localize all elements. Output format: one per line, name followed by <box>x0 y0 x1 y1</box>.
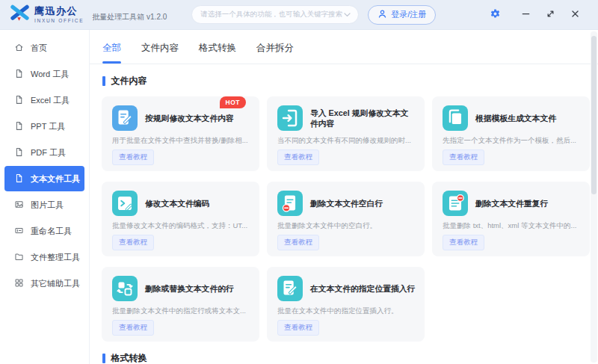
scrollbar-track[interactable] <box>591 31 597 363</box>
tab-3[interactable]: 合并拆分 <box>256 42 294 64</box>
doc-remove-line-icon <box>277 191 303 216</box>
tool-card-title: 按规则修改文本文件内容 <box>145 113 234 123</box>
tool-card-title: 在文本文件的指定位置插入行 <box>310 283 415 294</box>
user-icon <box>377 9 387 20</box>
tool-card[interactable]: 在文本文件的指定位置插入行批量在文本文件中的指定位置插入行。查看教程 <box>267 267 425 342</box>
view-tutorial-button[interactable]: 查看教程 <box>277 235 319 250</box>
misc-tools-icon <box>14 278 24 289</box>
view-tutorial-button[interactable]: 查看教程 <box>112 320 154 336</box>
tool-card-description: 当不同的文本文件有不同的修改规则的时... <box>277 136 416 146</box>
image-tool-icon <box>14 200 24 211</box>
view-tutorial-button[interactable]: 查看教程 <box>277 149 319 165</box>
brand-name: 鹰迅办公 <box>34 6 84 16</box>
brand-subtitle: INXUN OFFICE <box>34 18 84 23</box>
view-tutorial-button[interactable]: 查看教程 <box>277 320 319 336</box>
tab-label: 文件内容 <box>141 43 179 53</box>
sidebar-item-home[interactable]: 首页 <box>4 35 84 61</box>
sidebar-item-label: PDF 工具 <box>31 147 66 158</box>
sidebar-item-text-file-tools[interactable]: 文本文件工具 <box>4 166 84 191</box>
sidebar-item-label: 文本文件工具 <box>31 173 80 185</box>
tool-sections: 文件内容HOT按规则修改文本文件内容用于批量在文件文件中查找并替换/删除相...… <box>90 75 598 364</box>
settings-button[interactable] <box>483 4 508 25</box>
tool-card[interactable]: 根据模板生成文本文件先指定一个文本文件作为一个模板，然后...查看教程 <box>432 96 590 171</box>
main-content: 全部文件内容格式转换合并拆分 文件内容HOT按规则修改文本文件内容用于批量在文件… <box>90 30 598 364</box>
maximize-icon <box>546 9 555 21</box>
view-tutorial-button[interactable]: 查看教程 <box>112 149 154 165</box>
text-file-tool-icon <box>14 173 24 185</box>
card-head: 修改文本文件编码 <box>112 191 250 216</box>
word-tool-icon <box>14 69 24 80</box>
sidebar: 首页Word 工具Excel 工具PPT 工具PDF 工具文本文件工具图片工具重… <box>0 30 90 364</box>
sidebar-item-ppt-tools[interactable]: PPT 工具 <box>4 114 84 139</box>
sidebar-item-excel-tools[interactable]: Excel 工具 <box>4 87 84 113</box>
sidebar-item-pdf-tools[interactable]: PDF 工具 <box>4 140 84 165</box>
tab-label: 格式转换 <box>199 43 236 53</box>
section-title: 格式转换 <box>111 352 147 364</box>
section-header: 文件内容 <box>102 75 598 87</box>
card-head: 删除文本文件重复行 <box>443 191 581 216</box>
doc-insert-line-icon <box>277 276 303 301</box>
tool-card-title: 导入 Excel 规则修改文本文件内容 <box>310 108 416 129</box>
tool-card-description: 用于批量在文件文件中查找并替换/删除相... <box>112 136 250 146</box>
card-head: 按规则修改文本文件内容 <box>112 105 250 131</box>
tool-card-title: 删除文本文件空白行 <box>310 198 383 209</box>
gear-icon <box>490 8 501 22</box>
section-accent-bar <box>102 354 105 363</box>
tool-card[interactable]: 修改文本文件编码批量修改文本文件的编码格式，支持：UT...查看教程 <box>102 182 259 256</box>
sidebar-item-label: Excel 工具 <box>31 95 70 106</box>
scrollbar-thumb[interactable] <box>591 36 597 194</box>
sidebar-item-word-tools[interactable]: Word 工具 <box>4 61 84 87</box>
sidebar-item-label: 重命名工具 <box>31 226 72 237</box>
view-tutorial-button[interactable]: 查看教程 <box>112 235 154 250</box>
tool-card-description: 先指定一个文本文件作为一个模板，然后... <box>443 136 581 146</box>
tool-card-grid: HOT按规则修改文本文件内容用于批量在文件文件中查找并替换/删除相...查看教程… <box>102 96 590 342</box>
rename-tool-icon <box>14 226 24 237</box>
window-controls <box>483 4 588 25</box>
tool-card-description: 批量修改文本文件的编码格式，支持：UT... <box>112 221 250 231</box>
close-icon <box>570 9 580 21</box>
card-head: 根据模板生成文本文件 <box>443 105 581 131</box>
tool-card[interactable]: 导入 Excel 规则修改文本文件内容当不同的文本文件有不同的修改规则的时...… <box>267 96 425 171</box>
tab-label: 全部 <box>102 43 121 53</box>
doc-dedupe-icon <box>443 191 468 216</box>
sidebar-item-image-tools[interactable]: 图片工具 <box>4 192 84 218</box>
doc-edit-icon <box>112 105 138 131</box>
file-organize-icon <box>14 252 24 263</box>
tool-card[interactable]: HOT按规则修改文本文件内容用于批量在文件文件中查找并替换/删除相...查看教程 <box>102 96 259 171</box>
login-register-button[interactable]: 登录/注册 <box>368 5 436 25</box>
topbar: 鹰迅办公 INXUN OFFICE 批量处理工具箱 v1.2.0 请选择一个具体… <box>0 0 598 30</box>
sidebar-item-misc-tools[interactable]: 其它辅助工具 <box>4 271 84 296</box>
card-head: 在文本文件的指定位置插入行 <box>277 276 416 301</box>
view-tutorial-button[interactable]: 查看教程 <box>443 149 484 165</box>
tool-card-title: 删除或替换文本文件的行 <box>145 283 234 294</box>
function-search-select[interactable]: 请选择一个具体的功能，也可输入关键字搜索！ <box>191 5 359 24</box>
tab-1[interactable]: 文件内容 <box>141 42 179 64</box>
template-copy-icon <box>443 105 468 131</box>
view-tutorial-button[interactable]: 查看教程 <box>443 235 484 250</box>
hot-badge: HOT <box>220 96 246 108</box>
sidebar-item-label: PPT 工具 <box>31 121 65 132</box>
close-button[interactable] <box>563 4 588 25</box>
section-title: 文件内容 <box>111 75 147 87</box>
app-window: 鹰迅办公 INXUN OFFICE 批量处理工具箱 v1.2.0 请选择一个具体… <box>0 0 598 364</box>
sidebar-item-label: Word 工具 <box>31 69 69 80</box>
sidebar-item-file-organize-tools[interactable]: 文件整理工具 <box>4 244 84 270</box>
sidebar-item-label: 文件整理工具 <box>31 252 80 263</box>
swap-lines-icon <box>112 276 138 301</box>
home-icon <box>14 43 24 54</box>
sidebar-item-rename-tools[interactable]: 重命名工具 <box>4 218 84 244</box>
sidebar-item-label: 图片工具 <box>31 200 64 211</box>
ppt-tool-icon <box>14 121 24 132</box>
sidebar-item-label: 其它辅助工具 <box>31 278 80 289</box>
tab-0[interactable]: 全部 <box>102 42 121 64</box>
tool-card-description: 批量删除文本文件中的指定行或将文本文... <box>112 306 250 316</box>
tool-card[interactable]: 删除文本文件重复行批量删除 txt、html、xml 等文本文件中的...查看教… <box>432 182 590 256</box>
sidebar-item-label: 首页 <box>31 43 47 54</box>
maximize-button[interactable] <box>538 4 563 25</box>
pdf-tool-icon <box>14 147 24 158</box>
card-head: 删除文本文件空白行 <box>277 191 416 216</box>
minimize-button[interactable] <box>514 4 538 25</box>
tab-2[interactable]: 格式转换 <box>199 42 236 64</box>
tool-card[interactable]: 删除文本文件空白行批量删除文本文件中的空白行。查看教程 <box>267 182 425 256</box>
tool-card[interactable]: 删除或替换文本文件的行批量删除文本文件中的指定行或将文本文...查看教程 <box>102 267 259 342</box>
